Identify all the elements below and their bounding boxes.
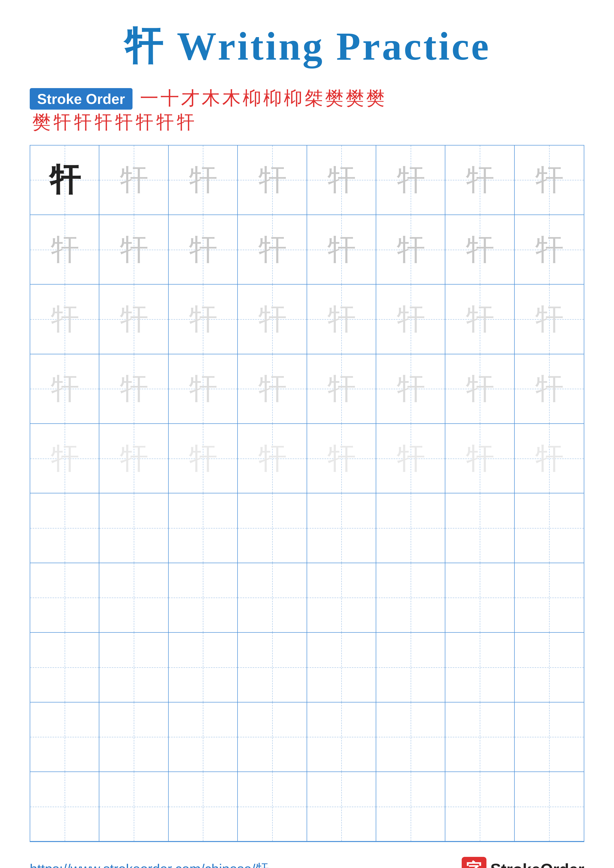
grid-cell-1-7[interactable]: 㸩 [445, 146, 515, 214]
grid-cell-7-8[interactable] [515, 563, 584, 632]
grid-row-9 [30, 702, 584, 772]
grid-cell-4-5[interactable]: 㸩 [307, 354, 376, 423]
grid-cell-3-6[interactable]: 㸩 [376, 285, 445, 353]
grid-cell-7-2[interactable] [99, 563, 168, 632]
grid-cell-9-3[interactable] [169, 702, 238, 772]
grid-cell-6-1[interactable] [30, 493, 99, 563]
grid-cell-5-1[interactable]: 㸩 [30, 424, 99, 493]
grid-cell-6-8[interactable] [515, 493, 584, 563]
char-lighter: 㸩 [257, 444, 287, 473]
grid-cell-3-8[interactable]: 㸩 [515, 285, 584, 353]
grid-cell-2-6[interactable]: 㸩 [376, 215, 445, 284]
stroke-10: 樊 [325, 88, 344, 108]
grid-cell-8-7[interactable] [445, 633, 515, 702]
grid-cell-1-5[interactable]: 㸩 [307, 146, 376, 214]
grid-cell-8-1[interactable] [30, 633, 99, 702]
grid-cell-1-8[interactable]: 㸩 [515, 146, 584, 214]
grid-cell-6-4[interactable] [238, 493, 307, 563]
writing-grid: 㸩 㸩 㸩 㸩 㸩 㸩 㸩 㸩 㸩 㸩 㸩 㸩 㸩 㸩 㸩 㸩 㸩 㸩 㸩 㸩 … [30, 145, 584, 842]
grid-cell-10-2[interactable] [99, 772, 168, 841]
grid-cell-8-3[interactable] [169, 633, 238, 702]
grid-cell-7-3[interactable] [169, 563, 238, 632]
grid-cell-3-1[interactable]: 㸩 [30, 285, 99, 353]
grid-cell-2-8[interactable]: 㸩 [515, 215, 584, 284]
grid-cell-4-8[interactable]: 㸩 [515, 354, 584, 423]
grid-cell-3-5[interactable]: 㸩 [307, 285, 376, 353]
char-medium: 㸩 [326, 165, 356, 195]
grid-cell-9-7[interactable] [445, 702, 515, 772]
grid-cell-5-4[interactable]: 㸩 [238, 424, 307, 493]
char-light: 㸩 [257, 374, 287, 403]
grid-cell-4-3[interactable]: 㸩 [169, 354, 238, 423]
grid-cell-2-3[interactable]: 㸩 [169, 215, 238, 284]
grid-cell-10-6[interactable] [376, 772, 445, 841]
grid-cell-5-6[interactable]: 㸩 [376, 424, 445, 493]
grid-cell-1-3[interactable]: 㸩 [169, 146, 238, 214]
char-medium: 㸩 [465, 165, 494, 195]
char-light: 㸩 [534, 374, 564, 403]
stroke-19: 㸩 [155, 112, 174, 133]
grid-cell-8-4[interactable] [238, 633, 307, 702]
char-lighter: 㸩 [119, 444, 149, 473]
grid-cell-7-6[interactable] [376, 563, 445, 632]
grid-cell-6-5[interactable] [307, 493, 376, 563]
grid-cell-3-2[interactable]: 㸩 [99, 285, 168, 353]
grid-cell-9-8[interactable] [515, 702, 584, 772]
grid-cell-7-5[interactable] [307, 563, 376, 632]
grid-cell-9-5[interactable] [307, 702, 376, 772]
char-medium: 㸩 [119, 165, 149, 195]
grid-cell-6-2[interactable] [99, 493, 168, 563]
grid-cell-1-1[interactable]: 㸩 [30, 146, 99, 214]
grid-cell-3-4[interactable]: 㸩 [238, 285, 307, 353]
grid-cell-5-3[interactable]: 㸩 [169, 424, 238, 493]
grid-cell-3-7[interactable]: 㸩 [445, 285, 515, 353]
grid-cell-4-7[interactable]: 㸩 [445, 354, 515, 423]
grid-cell-10-1[interactable] [30, 772, 99, 841]
grid-cell-4-4[interactable]: 㸩 [238, 354, 307, 423]
grid-cell-2-1[interactable]: 㸩 [30, 215, 99, 284]
grid-cell-9-6[interactable] [376, 702, 445, 772]
grid-cell-1-4[interactable]: 㸩 [238, 146, 307, 214]
grid-cell-2-2[interactable]: 㸩 [99, 215, 168, 284]
grid-cell-4-2[interactable]: 㸩 [99, 354, 168, 423]
grid-cell-4-1[interactable]: 㸩 [30, 354, 99, 423]
footer-logo: 字 StrokeOrder [462, 857, 584, 868]
grid-cell-10-5[interactable] [307, 772, 376, 841]
grid-cell-8-2[interactable] [99, 633, 168, 702]
footer-url[interactable]: https://www.strokeorder.com/chinese/㸩 [30, 860, 269, 868]
grid-cell-10-4[interactable] [238, 772, 307, 841]
grid-cell-2-7[interactable]: 㸩 [445, 215, 515, 284]
grid-cell-7-4[interactable] [238, 563, 307, 632]
grid-cell-2-5[interactable]: 㸩 [307, 215, 376, 284]
grid-cell-8-8[interactable] [515, 633, 584, 702]
grid-cell-9-1[interactable] [30, 702, 99, 772]
grid-cell-7-7[interactable] [445, 563, 515, 632]
grid-cell-8-5[interactable] [307, 633, 376, 702]
grid-cell-5-5[interactable]: 㸩 [307, 424, 376, 493]
grid-cell-9-2[interactable] [99, 702, 168, 772]
grid-cell-4-6[interactable]: 㸩 [376, 354, 445, 423]
grid-cell-7-1[interactable] [30, 563, 99, 632]
grid-cell-10-3[interactable] [169, 772, 238, 841]
grid-row-2: 㸩 㸩 㸩 㸩 㸩 㸩 㸩 㸩 [30, 215, 584, 285]
grid-cell-1-6[interactable]: 㸩 [376, 146, 445, 214]
grid-cell-6-3[interactable] [169, 493, 238, 563]
grid-cell-5-7[interactable]: 㸩 [445, 424, 515, 493]
grid-row-3: 㸩 㸩 㸩 㸩 㸩 㸩 㸩 㸩 [30, 285, 584, 354]
char-light: 㸩 [257, 304, 287, 334]
grid-cell-3-3[interactable]: 㸩 [169, 285, 238, 353]
grid-cell-6-7[interactable] [445, 493, 515, 563]
char-medium: 㸩 [396, 165, 426, 195]
grid-cell-2-4[interactable]: 㸩 [238, 215, 307, 284]
grid-cell-6-6[interactable] [376, 493, 445, 563]
char-light: 㸩 [119, 374, 149, 403]
grid-cell-5-2[interactable]: 㸩 [99, 424, 168, 493]
grid-cell-10-8[interactable] [515, 772, 584, 841]
stroke-11: 樊 [345, 88, 364, 108]
grid-cell-5-8[interactable]: 㸩 [515, 424, 584, 493]
grid-cell-8-6[interactable] [376, 633, 445, 702]
grid-cell-1-2[interactable]: 㸩 [99, 146, 168, 214]
grid-cell-9-4[interactable] [238, 702, 307, 772]
stroke-14: 㸩 [53, 112, 72, 133]
grid-cell-10-7[interactable] [445, 772, 515, 841]
